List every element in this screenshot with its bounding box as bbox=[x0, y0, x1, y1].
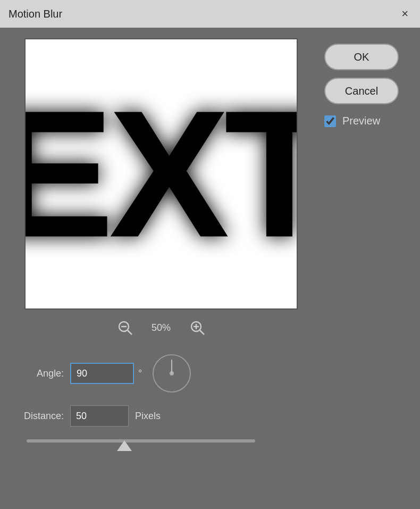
angle-input[interactable] bbox=[70, 363, 134, 384]
distance-label: Distance: bbox=[16, 411, 64, 422]
distance-input[interactable] bbox=[70, 405, 129, 427]
title-bar: Motion Blur × bbox=[0, 0, 420, 28]
preview-checkbox[interactable] bbox=[324, 115, 336, 127]
preview-canvas: EXT EXT bbox=[24, 38, 298, 310]
content-area: EXT EXT 50% bbox=[0, 28, 420, 453]
left-panel: EXT EXT 50% bbox=[11, 38, 312, 443]
slider-thumb[interactable] bbox=[117, 440, 132, 451]
controls-section: Angle: ° Distance: Pixels bbox=[11, 354, 312, 443]
cancel-button[interactable]: Cancel bbox=[324, 78, 399, 104]
distance-slider-track[interactable] bbox=[27, 439, 255, 443]
angle-row: Angle: ° bbox=[16, 354, 306, 393]
zoom-level-display: 50% bbox=[152, 322, 171, 333]
zoom-in-icon bbox=[189, 319, 206, 336]
preview-row: Preview bbox=[324, 115, 409, 127]
slider-row bbox=[16, 439, 306, 443]
dialog-title: Motion Blur bbox=[9, 8, 62, 20]
right-panel: OK Cancel Preview bbox=[324, 38, 409, 443]
degree-symbol: ° bbox=[138, 368, 142, 379]
svg-line-1 bbox=[128, 330, 132, 335]
zoom-controls: 50% bbox=[114, 317, 208, 338]
distance-row: Distance: Pixels bbox=[16, 405, 306, 427]
zoom-in-button[interactable] bbox=[187, 317, 208, 338]
pixels-label: Pixels bbox=[135, 411, 161, 422]
svg-line-4 bbox=[200, 330, 204, 335]
ok-button[interactable]: OK bbox=[324, 44, 399, 70]
dial-line bbox=[171, 360, 172, 374]
angle-label: Angle: bbox=[16, 368, 64, 379]
preview-text: EXT bbox=[24, 70, 298, 278]
zoom-out-button[interactable] bbox=[114, 317, 136, 338]
preview-label: Preview bbox=[342, 115, 380, 127]
canvas-content: EXT EXT bbox=[26, 39, 297, 308]
zoom-out-icon bbox=[116, 319, 133, 336]
angle-dial[interactable] bbox=[153, 354, 191, 393]
motion-blur-dialog: Motion Blur × EXT EXT bbox=[0, 0, 420, 509]
close-button[interactable]: × bbox=[398, 7, 411, 21]
slider-thumb-container bbox=[117, 440, 132, 451]
